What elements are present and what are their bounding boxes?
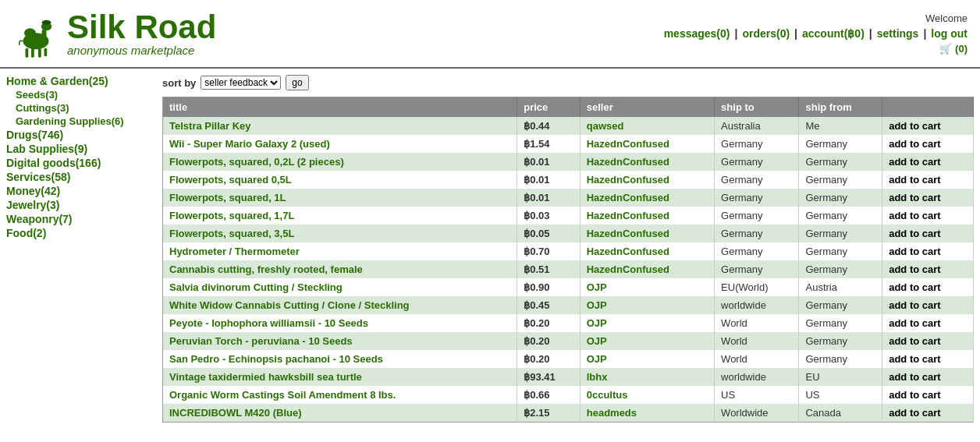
product-seller[interactable]: HazednConfused [580, 171, 714, 189]
svg-rect-5 [26, 48, 29, 58]
product-title[interactable]: San Pedro - Echinopsis pachanoi - 10 See… [163, 350, 517, 368]
product-seller[interactable]: OJP [580, 296, 714, 314]
sidebar-item[interactable]: Money(42) [6, 185, 154, 197]
product-title[interactable]: Flowerpots, squared, 0,2L (2 pieces) [163, 153, 517, 171]
add-to-cart-button[interactable]: add to cart [889, 228, 940, 239]
table-row: Flowerpots, squared 0,5L฿0.01HazednConfu… [163, 171, 974, 189]
add-to-cart-cell: add to cart [882, 225, 974, 242]
table-row: Cannabis cutting, freshly rooted, female… [163, 260, 974, 278]
product-title[interactable]: Flowerpots, squared, 3,5L [163, 225, 517, 242]
add-to-cart-button[interactable]: add to cart [889, 138, 940, 150]
svg-point-9 [42, 20, 51, 25]
product-title[interactable]: Salvia divinorum Cutting / Steckling [163, 278, 517, 296]
product-price: ฿0.20 [517, 314, 581, 332]
add-to-cart-button[interactable]: add to cart [889, 210, 940, 221]
product-title[interactable]: Hydrometer / Thermometer [163, 242, 517, 260]
sidebar-item[interactable]: Drugs(746) [6, 129, 154, 141]
table-header-row: title price seller ship to ship from [163, 97, 974, 118]
product-title[interactable]: White Widow Cannabis Cutting / Clone / S… [163, 296, 517, 314]
sidebar-item[interactable]: Weaponry(7) [6, 213, 154, 225]
sidebar-item[interactable]: Digital goods(166) [6, 157, 154, 169]
add-to-cart-button[interactable]: add to cart [889, 389, 940, 401]
product-title[interactable]: Wii - Super Mario Galaxy 2 (used) [163, 135, 517, 153]
sidebar-item[interactable]: Home & Garden(25) [6, 75, 154, 87]
product-seller[interactable]: HazednConfused [580, 153, 714, 171]
product-title[interactable]: Flowerpots, squared, 1L [163, 189, 517, 207]
sidebar-item[interactable]: Cuttings(3) [16, 102, 154, 114]
product-title[interactable]: Flowerpots, squared 0,5L [163, 171, 517, 189]
sidebar-item[interactable]: Jewelry(3) [6, 199, 154, 211]
nav-messages[interactable]: messages(0) [664, 27, 730, 40]
product-seller[interactable]: HazednConfused [580, 225, 714, 242]
product-ship-to: World [715, 350, 799, 368]
add-to-cart-cell: add to cart [882, 260, 974, 278]
table-row: Flowerpots, squared, 1L฿0.01HazednConfus… [163, 189, 974, 207]
nav-orders[interactable]: orders(0) [742, 27, 790, 40]
product-seller[interactable]: lbhx [580, 368, 714, 386]
add-to-cart-cell: add to cart [882, 368, 974, 386]
product-price: ฿0.51 [517, 260, 581, 278]
product-title[interactable]: Peruvian Torch - peruviana - 10 Seeds [163, 332, 517, 350]
sidebar-item[interactable]: Lab Supplies(9) [6, 143, 154, 155]
product-ship-to: World [715, 332, 799, 350]
product-ship-to: Worldwide [715, 404, 799, 423]
add-to-cart-button[interactable]: add to cart [889, 281, 940, 293]
svg-point-1 [24, 28, 36, 37]
product-seller[interactable]: OJP [580, 278, 714, 296]
add-to-cart-button[interactable]: add to cart [889, 174, 940, 186]
product-seller[interactable]: OJP [580, 332, 714, 350]
product-title[interactable]: INCREDIBOWL M420 (Blue) [163, 404, 517, 423]
nav-account[interactable]: account(฿0) [802, 27, 865, 40]
product-seller[interactable]: OJP [580, 314, 714, 332]
col-ship-to: ship to [715, 97, 799, 118]
add-to-cart-button[interactable]: add to cart [889, 299, 940, 311]
add-to-cart-button[interactable]: add to cart [889, 192, 940, 203]
sidebar-item[interactable]: Seeds(3) [16, 89, 154, 101]
product-seller[interactable]: HazednConfused [580, 135, 714, 153]
product-title[interactable]: Peyote - lophophora williamsii - 10 Seed… [163, 314, 517, 332]
sidebar-item[interactable]: Services(58) [6, 171, 154, 183]
add-to-cart-cell: add to cart [882, 189, 974, 207]
nav-settings[interactable]: settings [877, 27, 919, 40]
sidebar-item[interactable]: Food(2) [6, 227, 154, 239]
add-to-cart-button[interactable]: add to cart [889, 246, 940, 257]
product-title[interactable]: Flowerpots, squared, 1,7L [163, 207, 517, 225]
product-seller[interactable]: HazednConfused [580, 189, 714, 207]
product-title[interactable]: Telstra Pillar Key [163, 117, 517, 135]
cart-area[interactable]: 🛒 (0) [664, 43, 968, 55]
product-ship-from: Germany [799, 296, 882, 314]
sort-select[interactable]: seller feedbackpricetitle [201, 76, 281, 90]
product-ship-from: Germany [799, 260, 882, 278]
product-ship-from: Germany [799, 314, 882, 332]
add-to-cart-button[interactable]: add to cart [889, 353, 940, 365]
add-to-cart-button[interactable]: add to cart [889, 371, 940, 383]
product-ship-from: Austria [799, 278, 882, 296]
add-to-cart-cell: add to cart [882, 171, 974, 189]
add-to-cart-button[interactable]: add to cart [889, 317, 940, 329]
product-seller[interactable]: 0ccultus [580, 386, 714, 404]
sort-go-button[interactable]: go [286, 75, 308, 90]
product-seller[interactable]: headmeds [580, 404, 714, 423]
product-title[interactable]: Vintage taxidermied hawksbill sea turtle [163, 368, 517, 386]
add-to-cart-button[interactable]: add to cart [889, 263, 940, 275]
camel-icon [12, 6, 59, 61]
product-seller[interactable]: OJP [580, 350, 714, 368]
product-ship-from: Me [799, 117, 882, 135]
nav-logout[interactable]: log out [931, 27, 968, 40]
add-to-cart-button[interactable]: add to cart [889, 156, 940, 168]
add-to-cart-button[interactable]: add to cart [889, 335, 940, 347]
sidebar-item[interactable]: Gardening Supplies(6) [16, 115, 154, 127]
product-seller[interactable]: HazednConfused [580, 242, 714, 260]
product-seller[interactable]: HazednConfused [580, 260, 714, 278]
add-to-cart-button[interactable]: add to cart [889, 407, 940, 419]
product-title[interactable]: Organic Worm Castings Soil Amendment 8 l… [163, 386, 517, 404]
table-row: Flowerpots, squared, 3,5L฿0.05HazednConf… [163, 225, 974, 242]
product-seller[interactable]: HazednConfused [580, 207, 714, 225]
product-price: ฿0.45 [517, 296, 581, 314]
product-seller[interactable]: qawsed [580, 117, 714, 135]
svg-rect-8 [44, 48, 48, 57]
product-price: ฿0.01 [517, 153, 581, 171]
add-to-cart-button[interactable]: add to cart [889, 120, 940, 132]
product-ship-to: Germany [715, 135, 799, 153]
product-title[interactable]: Cannabis cutting, freshly rooted, female [163, 260, 517, 278]
